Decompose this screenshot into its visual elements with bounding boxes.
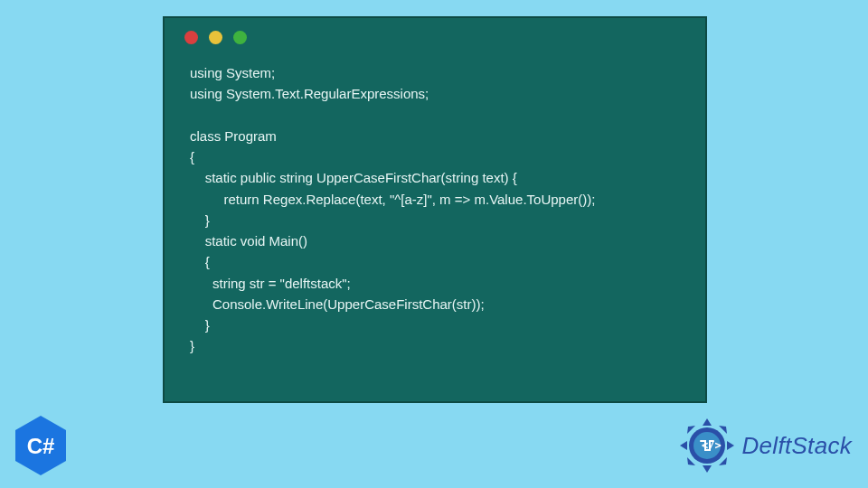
brand-logo: </> DelftStack bbox=[677, 416, 853, 475]
svg-marker-5 bbox=[703, 465, 712, 473]
maximize-icon[interactable] bbox=[233, 31, 247, 44]
svg-marker-1 bbox=[703, 418, 712, 426]
minimize-icon[interactable] bbox=[209, 31, 222, 44]
window-titlebar bbox=[165, 18, 705, 50]
svg-marker-6 bbox=[687, 457, 695, 465]
svg-marker-2 bbox=[719, 426, 727, 434]
svg-text:</>: </> bbox=[702, 439, 722, 452]
svg-marker-3 bbox=[727, 441, 734, 450]
svg-marker-4 bbox=[719, 457, 727, 465]
code-block: using System; using System.Text.RegularE… bbox=[165, 50, 705, 366]
code-window: using System; using System.Text.RegularE… bbox=[163, 16, 707, 403]
csharp-badge: C# bbox=[13, 414, 69, 477]
brand-name: DelftStack bbox=[742, 432, 853, 460]
svg-marker-7 bbox=[680, 441, 687, 450]
svg-marker-8 bbox=[687, 426, 695, 434]
csharp-badge-label: C# bbox=[27, 434, 55, 458]
gear-icon: </> bbox=[677, 416, 737, 475]
close-icon[interactable] bbox=[184, 31, 198, 44]
